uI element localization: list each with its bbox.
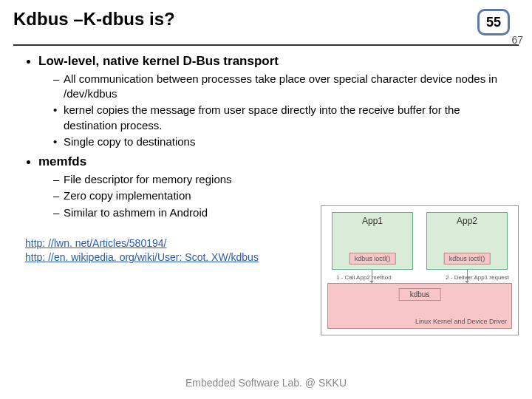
diagram-arrow-1-label: 1 - Call App2 method — [336, 274, 392, 281]
diagram-kernel-box: kdbus Linux Kernel and Device Driver — [327, 283, 512, 329]
diagram-app2-label: App2 — [427, 213, 507, 226]
slide-footer: Embedded Software Lab. @ SKKU — [0, 377, 532, 389]
diagram-kernel-label: Linux Kernel and Device Driver — [415, 318, 507, 325]
bullet-2-head: memfds — [38, 154, 86, 168]
diagram-kdbus-box: kdbus — [399, 288, 441, 301]
slide-title: Kdbus –K-dbus is? — [13, 9, 175, 30]
kdbus-diagram: App1 kdbus ioctl() App2 kdbus ioctl() 1 … — [321, 205, 519, 335]
page-badge: 55 67 — [477, 9, 519, 41]
bullet-1-head: Low-level, native kernel D-Bus transport — [38, 54, 279, 68]
diagram-app2-ioctl: kdbus ioctl() — [444, 253, 491, 265]
bullet-1-sub-2: kernel copies the message from user spac… — [53, 103, 510, 133]
page-total: 67 — [511, 34, 523, 46]
diagram-arrow-2-label: 2 - Deliver App1 request — [446, 274, 509, 281]
bullet-2-sub-2: Zero copy implementation — [53, 188, 510, 203]
diagram-app2-box: App2 kdbus ioctl() — [426, 212, 508, 270]
bullet-2-sub-1: File descriptor for memory regions — [53, 172, 510, 187]
page-current: 55 — [477, 9, 510, 35]
bullet-1-sub-1: All communication between processes take… — [53, 72, 510, 102]
diagram-app1-label: App1 — [332, 213, 412, 226]
diagram-app1-box: App1 kdbus ioctl() — [332, 212, 413, 270]
diagram-app1-ioctl: kdbus ioctl() — [349, 253, 396, 265]
bullet-1-sub-3: Single copy to destinations — [53, 134, 510, 149]
title-divider — [13, 44, 519, 46]
